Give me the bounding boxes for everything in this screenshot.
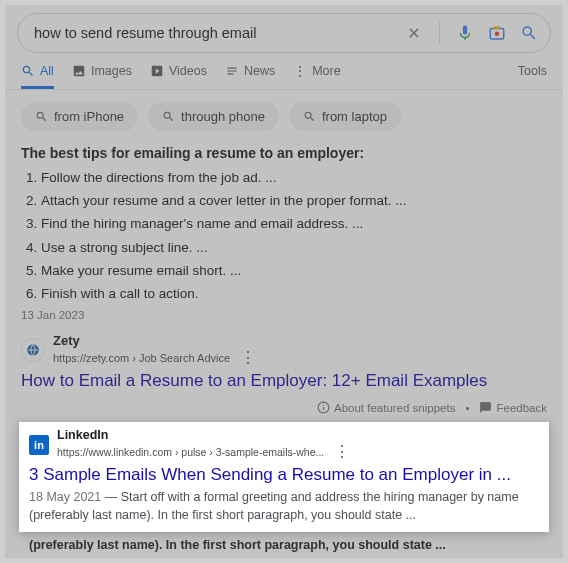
result-description: 18 May 2021 — Start off with a formal gr… [29,489,539,524]
suggestion-chips: from iPhone through phone from laptop [5,90,563,145]
chip-from-iphone[interactable]: from iPhone [21,102,138,131]
svg-rect-6 [323,407,324,410]
source-name: LinkedIn [57,428,354,442]
snippet-heading: The best tips for emailing a resume to a… [21,145,547,161]
snippet-source-row: Zety https://zety.com › Job Search Advic… [21,333,547,367]
more-dots-icon: ⋮ [293,63,307,79]
clear-icon[interactable] [403,22,425,44]
search-bar[interactable] [17,13,551,53]
chip-through-phone[interactable]: through phone [148,102,279,131]
snippet-footer: About featured snippets • Feedback [5,395,563,422]
chip-label: through phone [181,109,265,124]
snippet-headline-link[interactable]: How to Email a Resume to an Employer: 12… [21,371,547,391]
chip-label: from iPhone [54,109,124,124]
tab-videos[interactable]: Videos [150,64,207,88]
tab-label: News [244,64,275,78]
voice-search-icon[interactable] [454,22,476,44]
about-snippets-link[interactable]: About featured snippets [334,402,455,414]
zety-favicon-icon [21,338,45,362]
feedback-link[interactable]: Feedback [479,401,547,414]
tab-label: More [312,64,340,78]
search-icon[interactable] [518,22,540,44]
tools-button[interactable]: Tools [518,64,547,88]
tab-label: Videos [169,64,207,78]
info-icon[interactable]: About featured snippets [317,401,455,414]
source-name: Zety [53,333,260,348]
featured-snippet: The best tips for emailing a resume to a… [5,145,563,395]
image-search-icon[interactable] [486,22,508,44]
chip-from-laptop[interactable]: from laptop [289,102,401,131]
source-url: https://www.linkedin.com › pulse › 3-sam… [57,446,324,458]
result-menu-icon[interactable]: ⋮ [330,442,354,461]
snippet-list: Follow the directions from the job ad. .… [21,169,547,303]
linkedin-favicon-icon: in [29,435,49,455]
search-input[interactable] [34,25,403,41]
tab-label: All [40,64,54,78]
svg-point-1 [495,32,500,37]
snippet-date: 13 Jan 2023 [21,309,547,321]
svg-point-5 [323,405,324,406]
svg-rect-2 [494,26,500,29]
list-item: Follow the directions from the job ad. .… [41,169,547,187]
tab-label: Images [91,64,132,78]
tab-all[interactable]: All [21,64,54,89]
result-linkedin: in LinkedIn https://www.linkedin.com › p… [19,422,549,532]
chip-label: from laptop [322,109,387,124]
list-item: Finish with a call to action. [41,285,547,303]
list-item: Attach your resume and a cover letter in… [41,192,547,210]
list-item: Find the hiring manager's name and email… [41,215,547,233]
tab-more[interactable]: ⋮ More [293,63,340,89]
result-menu-icon[interactable]: ⋮ [236,348,260,367]
truncated-text: (preferably last name). In the first sho… [5,532,563,552]
list-item: Use a strong subject line. ... [41,239,547,257]
search-tabs: All Images Videos News ⋮ More Tools [5,53,563,90]
list-item: Make your resume email short. ... [41,262,547,280]
tab-images[interactable]: Images [72,64,132,88]
result-headline-link[interactable]: 3 Sample Emails When Sending a Resume to… [29,465,539,485]
source-url: https://zety.com › Job Search Advice [53,352,230,364]
tab-news[interactable]: News [225,64,275,88]
